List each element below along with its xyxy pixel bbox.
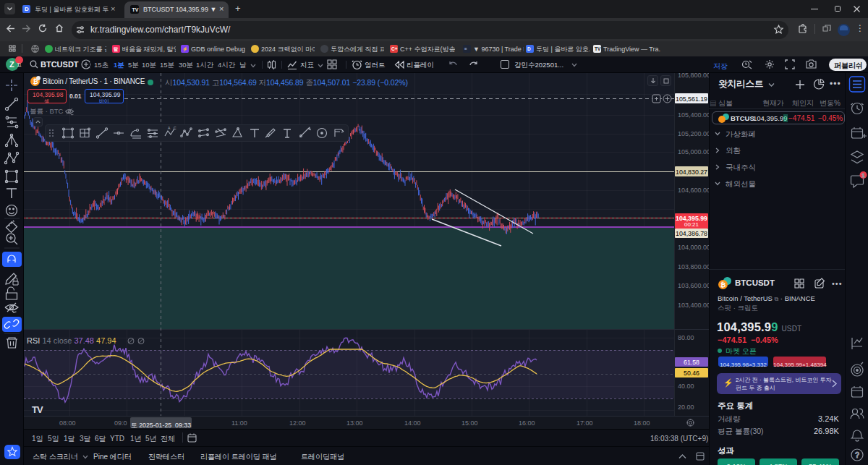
svg-text:A: A (168, 126, 171, 130)
svg-text:1: 1 (862, 173, 865, 178)
svg-text:C: C (174, 126, 176, 130)
svg-text:?: ? (855, 451, 859, 459)
